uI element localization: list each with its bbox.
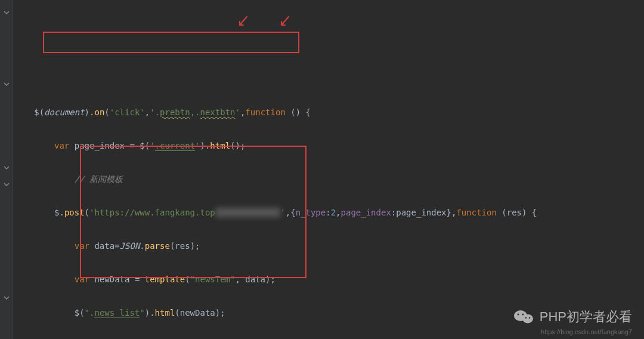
code-line: // 新闻模板: [19, 171, 644, 187]
fold-marker-icon[interactable]: [4, 181, 10, 187]
code-content[interactable]: $(document).on('click','.prebtn,.nextbtn…: [13, 0, 644, 339]
code-line: $.post('https://www.fangkang.topxxxxxxxx…: [19, 204, 644, 221]
code-line: $(document).on('click','.prebtn,.nextbtn…: [19, 104, 644, 121]
fold-marker-icon[interactable]: [4, 165, 10, 171]
fold-marker-icon[interactable]: [4, 10, 10, 16]
fold-marker-icon[interactable]: [4, 81, 10, 87]
arrow-annotation-icon: [247, 0, 291, 51]
code-line: var data=JSON.parse(res);: [19, 238, 644, 254]
gutter: [0, 0, 13, 339]
fold-marker-icon[interactable]: [4, 295, 10, 301]
code-editor[interactable]: $(document).on('click','.prebtn,.nextbtn…: [0, 0, 644, 339]
code-line: $(".news_list").html(newData);: [19, 304, 644, 321]
code-line: var page_index = $('.current').html();: [19, 137, 644, 154]
arrow-annotation-icon: [206, 0, 249, 51]
highlight-box-1: [43, 32, 299, 53]
code-line: var newData = template("newsTem", data);: [19, 271, 644, 288]
